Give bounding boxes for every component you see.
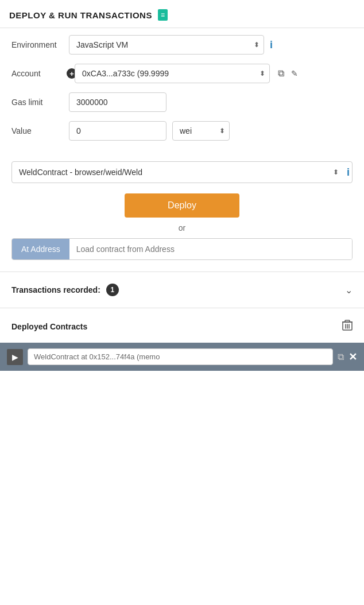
deployed-contract-item: ▶ ⧉ ✕: [0, 343, 364, 371]
deployed-contracts-section: Deployed Contracts: [0, 311, 364, 343]
environment-select-wrapper: JavaScript VM Injected Web3 Web3 Provide…: [69, 35, 264, 55]
or-separator: or: [179, 223, 185, 232]
transactions-left: Transactions recorded: 1: [11, 284, 119, 296]
account-row: Account + 0xCA3...a733c (99.9999 ⬍ ⧉ ✎: [11, 64, 353, 83]
chevron-down-icon: ⌄: [345, 285, 353, 296]
environment-info-icon[interactable]: i: [270, 39, 273, 51]
at-address-row: At Address: [11, 238, 353, 260]
unit-select[interactable]: wei gwei finney ether: [172, 121, 230, 141]
account-label-group: Account +: [11, 68, 69, 79]
gas-limit-input[interactable]: [69, 92, 166, 112]
account-select[interactable]: 0xCA3...a733c (99.9999: [75, 64, 270, 83]
gas-limit-row: Gas limit: [11, 92, 353, 112]
deployed-contracts-label: Deployed Contracts: [11, 322, 87, 331]
transactions-badge: 1: [106, 284, 119, 296]
clear-contracts-icon[interactable]: [342, 320, 353, 333]
environment-row: Environment JavaScript VM Injected Web3 …: [11, 35, 353, 55]
header: DEPLOY & RUN TRANSACTIONS ≡: [0, 0, 364, 28]
contract-selector-row: WeldContract - browser/weid/Weld ⬍ i: [11, 161, 353, 183]
value-label: Value: [11, 126, 63, 135]
account-label: Account: [11, 69, 63, 78]
environment-label: Environment: [11, 40, 63, 49]
edit-account-icon[interactable]: ✎: [291, 69, 298, 78]
copy-contract-icon[interactable]: ⧉: [338, 352, 344, 362]
contract-info-icon[interactable]: i: [347, 166, 350, 179]
value-input[interactable]: [69, 121, 166, 141]
divider-1: [0, 272, 364, 272]
contract-arrow-icon: ⬍: [333, 168, 339, 176]
contract-address-input[interactable]: [28, 348, 333, 365]
page-title: DEPLOY & RUN TRANSACTIONS: [9, 10, 152, 20]
transactions-section[interactable]: Transactions recorded: 1 ⌄: [0, 274, 364, 305]
at-address-button[interactable]: At Address: [12, 239, 69, 259]
at-address-input[interactable]: [69, 239, 352, 259]
deploy-button[interactable]: Deploy: [125, 193, 239, 218]
copy-account-icon[interactable]: ⧉: [278, 68, 284, 79]
expand-contract-button[interactable]: ▶: [7, 349, 23, 365]
transactions-label: Transactions recorded:: [11, 285, 100, 294]
value-row: Value wei gwei finney ether ⬍: [11, 121, 353, 141]
main-form: Environment JavaScript VM Injected Web3 …: [0, 28, 364, 157]
divider-2: [0, 308, 364, 308]
gas-limit-label: Gas limit: [11, 98, 63, 107]
close-contract-icon[interactable]: ✕: [348, 351, 357, 363]
contract-select[interactable]: WeldContract - browser/weid/Weld: [19, 164, 328, 180]
account-select-wrapper: 0xCA3...a733c (99.9999 ⬍: [75, 64, 270, 83]
environment-select[interactable]: JavaScript VM Injected Web3 Web3 Provide…: [69, 35, 264, 55]
unit-select-wrapper: wei gwei finney ether ⬍: [172, 121, 230, 141]
deploy-section: Deploy or At Address: [0, 188, 364, 269]
header-icon: ≡: [158, 9, 168, 21]
